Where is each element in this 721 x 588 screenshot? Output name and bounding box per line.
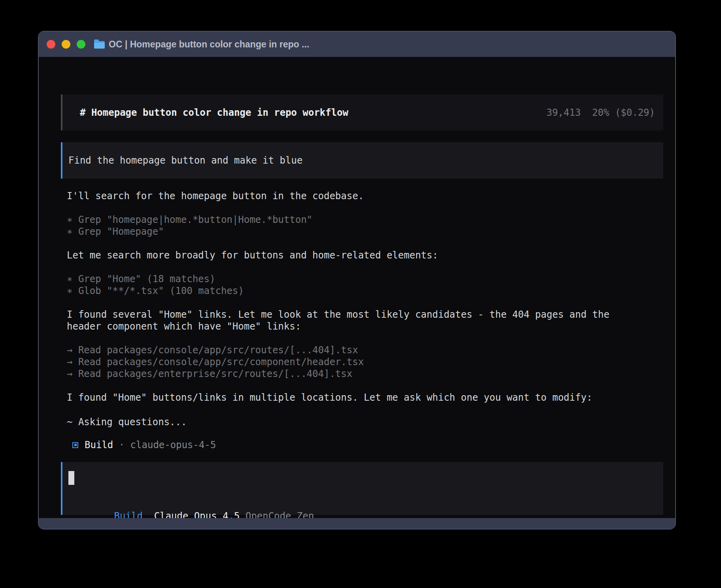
tool-call-read: → Read packages/console/app/src/componen… (67, 356, 364, 368)
assistant-paragraph: header component which have "Home" links… (67, 320, 301, 332)
session-header: # Homepage button color change in repo w… (61, 94, 663, 130)
window-bottom-chrome (39, 518, 675, 529)
zoom-button[interactable] (77, 40, 85, 49)
agent-square-icon (72, 442, 78, 448)
agent-separator: · (113, 439, 130, 451)
tool-call-grep: ∗ Grep "Home" (18 matches) (67, 273, 215, 285)
folder-icon (94, 41, 105, 49)
tool-call-read: → Read packages/enterprise/src/routes/[.… (67, 368, 352, 380)
title-bar: OC | Homepage button color change in rep… (39, 32, 675, 57)
assistant-paragraph: I found "Home" buttons/links in multiple… (67, 392, 592, 403)
tool-call-read: → Read packages/console/app/src/routes/[… (67, 344, 358, 356)
user-message-block: Find the homepage button and make it blu… (61, 142, 663, 179)
tool-call-grep: ∗ Grep "Homepage" (67, 226, 164, 237)
agent-name: Build (85, 439, 113, 451)
text-cursor (68, 471, 74, 485)
asking-questions-status: ~ Asking questions... (67, 416, 187, 428)
tool-call-glob: ∗ Glob "**/*.tsx" (100 matches) (67, 285, 244, 297)
terminal-window: OC | Homepage button color change in rep… (38, 31, 676, 530)
assistant-paragraph: I'll search for the homepage button in t… (67, 190, 364, 202)
session-token-stats: 39,413 20% ($0.29) (546, 107, 655, 118)
assistant-paragraph: I found several "Home" links. Let me loo… (67, 309, 610, 320)
terminal-content: # Homepage button color change in repo w… (39, 57, 675, 520)
session-title: # Homepage button color change in repo w… (80, 107, 348, 118)
prompt-input-area[interactable]: Build Claude Opus 4.5 OpenCode Zen (61, 462, 663, 515)
close-button[interactable] (47, 40, 55, 49)
user-message-text: Find the homepage button and make it blu… (68, 155, 302, 166)
assistant-paragraph: Let me search more broadly for buttons a… (67, 249, 438, 261)
tool-call-grep: ∗ Grep "homepage|home.*button|Home.*butt… (67, 214, 312, 226)
agent-model: claude-opus-4-5 (130, 439, 216, 451)
minimize-button[interactable] (62, 40, 70, 49)
window-title-group: OC | Homepage button color change in rep… (94, 39, 309, 50)
agent-row: Build · claude-opus-4-5 (72, 439, 216, 451)
window-title: OC | Homepage button color change in rep… (109, 39, 309, 50)
traffic-lights (47, 40, 85, 49)
